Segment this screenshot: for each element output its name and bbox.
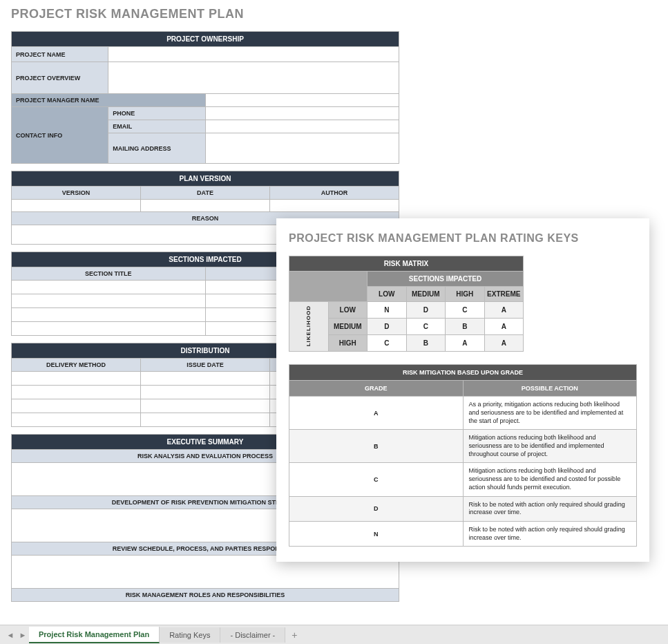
- mcol-3: EXTREME: [484, 287, 524, 302]
- email-value: [205, 120, 399, 133]
- col-date: DATE: [141, 187, 270, 200]
- col-grade: GRADE: [289, 381, 464, 397]
- contact-label: CONTACT INFO: [12, 107, 108, 164]
- col-delivery: DELIVERY METHOD: [12, 359, 141, 372]
- phone-label: PHONE: [108, 107, 205, 120]
- tab-0[interactable]: Project Risk Management Plan: [29, 627, 160, 643]
- project-name-value: [108, 47, 399, 62]
- project-overview-value: [108, 62, 399, 94]
- col-action: POSSIBLE ACTION: [463, 381, 637, 397]
- project-overview-label: PROJECT OVERVIEW: [12, 62, 108, 94]
- manager-label: PROJECT MANAGER NAME: [12, 94, 206, 107]
- mrow-0: LOW: [328, 302, 368, 319]
- mcol-2: HIGH: [446, 287, 485, 302]
- likelihood-label: LIKELIHOOD: [305, 305, 312, 346]
- risk-matrix: RISK MATRIX SECTIONS IMPACTED LOW MEDIUM…: [289, 256, 524, 352]
- project-name-label: PROJECT NAME: [12, 47, 108, 62]
- ownership-section: PROJECT OWNERSHIP PROJECT NAME PROJECT O…: [11, 31, 399, 164]
- mcol-0: LOW: [368, 287, 407, 302]
- manager-value: [205, 94, 399, 107]
- mrow-1: MEDIUM: [328, 319, 368, 335]
- matrix-header: RISK MATRIX: [289, 256, 524, 272]
- card-title: PROJECT RISK MANAGEMENT PLAN RATING KEYS: [289, 232, 637, 245]
- plan-version-header: PLAN VERSION: [12, 171, 399, 187]
- tab-1[interactable]: Rating Keys: [160, 627, 220, 643]
- tab-2[interactable]: - Disclaimer -: [220, 627, 285, 643]
- col-author: AUTHOR: [270, 187, 399, 200]
- col-section-title: SECTION TITLE: [12, 267, 206, 281]
- mitigation-header: RISK MITIGATION BASED UPON GRADE: [289, 365, 637, 381]
- col-version: VERSION: [12, 187, 141, 200]
- phone-value: [205, 107, 399, 120]
- mitigation-table: RISK MITIGATION BASED UPON GRADE GRADE P…: [289, 364, 637, 547]
- mcol-1: MEDIUM: [406, 287, 446, 302]
- mailing-value: [205, 133, 399, 164]
- tab-nav-prev[interactable]: ◄: [4, 631, 17, 639]
- page-title: PROJECT RISK MANAGEMENT PLAN: [11, 7, 399, 21]
- add-sheet-button[interactable]: +: [285, 629, 303, 641]
- matrix-impacted: SECTIONS IMPACTED: [368, 272, 524, 287]
- rating-keys-card: PROJECT RISK MANAGEMENT PLAN RATING KEYS…: [276, 218, 649, 562]
- ownership-header: PROJECT OWNERSHIP: [12, 32, 399, 47]
- mrow-2: HIGH: [328, 335, 368, 352]
- sheet-tabbar: ◄ ► Project Risk Management Plan Rating …: [0, 625, 668, 644]
- mailing-label: MAILING ADDRESS: [108, 133, 205, 164]
- exec-row-3: RISK MANAGEMENT ROLES AND RESPONSIBILITI…: [12, 589, 399, 602]
- col-issue: ISSUE DATE: [141, 359, 270, 372]
- email-label: EMAIL: [108, 120, 205, 133]
- tab-nav-next[interactable]: ►: [17, 631, 29, 639]
